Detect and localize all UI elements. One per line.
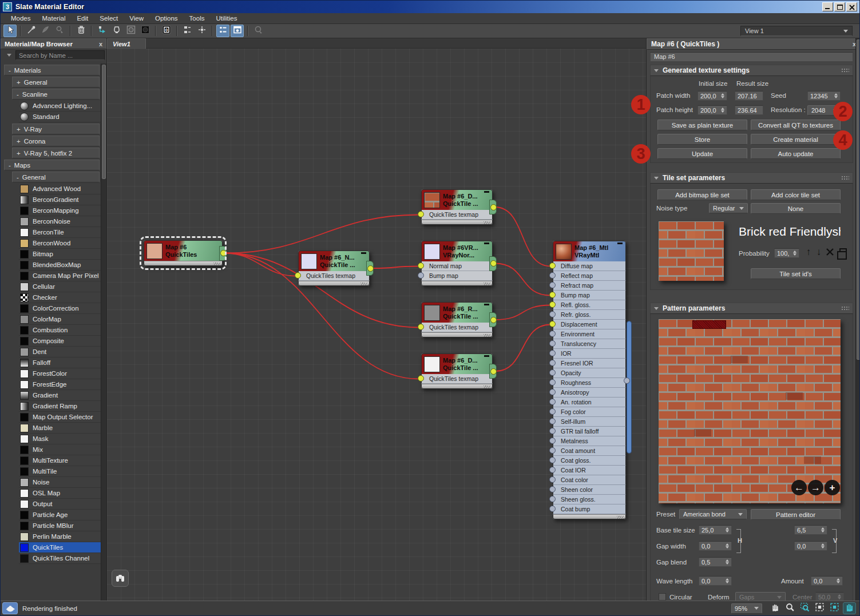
menu-view[interactable]: View <box>124 14 149 23</box>
input-socket[interactable] <box>549 272 556 279</box>
input-socket[interactable] <box>549 476 556 483</box>
input-slot-coat-color[interactable]: Coat color <box>553 475 626 485</box>
node-header[interactable]: Map #6_D...QuickTile ... <box>421 353 493 374</box>
close-button[interactable] <box>846 2 857 11</box>
input-slot-metalness[interactable]: Metalness <box>553 436 626 446</box>
tree-item-quicktiles-channel[interactable]: QuickTiles Channel <box>19 553 101 564</box>
wire-B-to-D[interactable] <box>372 267 419 269</box>
tree-item-output[interactable]: Output <box>19 499 101 510</box>
previous-tile-button[interactable]: ← <box>791 480 807 495</box>
tree-item-mix[interactable]: Mix <box>19 444 101 455</box>
status-zoom-extents-selected-button[interactable] <box>828 602 841 614</box>
tree-item-gradient[interactable]: Gradient <box>19 390 101 401</box>
node-slot-scrollbar[interactable] <box>627 321 632 454</box>
input-socket[interactable] <box>549 301 556 308</box>
input-socket[interactable] <box>549 350 556 356</box>
node-quicktile-[interactable]: Map #6_D...QuickTile ...QuickTiles texma… <box>421 353 493 389</box>
toolbar-show-standard-map-button[interactable]: 0 <box>160 25 173 37</box>
input-socket[interactable] <box>549 457 556 463</box>
node-header[interactable]: Map #6_R...QuickTile ... <box>421 302 493 323</box>
input-socket[interactable] <box>549 263 556 269</box>
tree-item-bercongradient[interactable]: BerconGradient <box>19 194 101 205</box>
collapse-icon[interactable] <box>361 252 366 254</box>
button-convert-all-qt-to-textures[interactable]: Convert all QT to textures <box>751 120 841 130</box>
wire-A-to-B[interactable] <box>225 253 296 276</box>
tree-group-general[interactable]: -General <box>12 172 100 182</box>
collapse-icon[interactable] <box>484 191 489 193</box>
gap-width-v-field[interactable]: 0,0 <box>794 541 827 551</box>
input-slot-coat-bump[interactable]: Coat bump <box>553 504 626 514</box>
output-socket[interactable] <box>490 260 497 267</box>
input-slot-opacity[interactable]: Opacity <box>553 368 626 378</box>
menu-modes[interactable]: Modes <box>5 14 37 23</box>
output-socket[interactable] <box>490 204 497 210</box>
menu-options[interactable]: Options <box>149 14 184 23</box>
wire-D-to-G[interactable] <box>495 264 550 296</box>
collapse-icon[interactable] <box>484 243 489 244</box>
toolbar-trash-button[interactable] <box>74 25 88 37</box>
status-magnifier-button[interactable] <box>783 602 796 614</box>
tree-item-noise[interactable]: Noise <box>19 477 101 488</box>
resize-grip-icon[interactable] <box>483 221 490 224</box>
resize-grip-icon[interactable] <box>360 283 367 285</box>
output-socket[interactable] <box>624 377 630 384</box>
base-tile-size-v-field[interactable]: 6,5 <box>794 525 827 535</box>
tree-item-colormap[interactable]: ColorMap <box>19 314 101 325</box>
input-socket[interactable] <box>295 272 301 279</box>
node-header[interactable]: Map #6_D...QuickTile ... <box>421 189 493 210</box>
input-slot-refract-map[interactable]: Refract map <box>553 281 626 291</box>
input-slot-fresnel-ior[interactable]: Fresnel IOR <box>553 359 626 368</box>
menu-edit[interactable]: Edit <box>71 14 94 23</box>
noise-type-dropdown[interactable]: Regular <box>709 203 748 213</box>
input-socket[interactable] <box>549 506 556 512</box>
toolbar-assign-material-button[interactable] <box>53 25 66 37</box>
tab-view1[interactable]: View1 <box>107 38 146 49</box>
wire-A-to-C[interactable] <box>225 215 419 253</box>
add-tile-button[interactable]: + <box>825 480 840 495</box>
resize-grip-icon[interactable] <box>213 263 220 265</box>
input-slot-quicktiles-texmap[interactable]: QuickTiles texmap <box>298 271 370 281</box>
tree-item-marble[interactable]: Marble <box>19 423 101 434</box>
duplicate-tile-icon[interactable] <box>839 248 847 255</box>
patch-width-field[interactable]: 200,0 <box>697 91 727 101</box>
tree-group-v-ray[interactable]: +V-Ray <box>12 124 100 134</box>
tree-item-quicktiles[interactable]: QuickTiles <box>19 542 101 553</box>
tree-item-bitmap[interactable]: Bitmap <box>19 249 101 260</box>
input-socket[interactable] <box>549 496 556 502</box>
input-slot-normal-map[interactable]: Normal map <box>421 261 493 271</box>
button-auto-update[interactable]: Auto update <box>751 148 841 159</box>
node-vraynor-[interactable]: Map #6VR...VRayNor...Normal mapBump map <box>421 241 493 286</box>
status-magnifier-region-button[interactable] <box>798 602 811 614</box>
patch-height-spinner[interactable] <box>719 108 724 113</box>
button-store[interactable]: Store <box>657 134 747 145</box>
gap-width-h-field[interactable]: 0,0 <box>699 541 732 551</box>
input-socket[interactable] <box>549 389 556 395</box>
tree-item-composite[interactable]: Composite <box>19 336 101 347</box>
input-slot-refl-gloss-[interactable]: Refl. gloss. <box>553 300 626 310</box>
pattern-preview-image[interactable]: ← → + <box>659 319 841 503</box>
tree-item-standard[interactable]: Standard <box>19 112 101 122</box>
input-slot-gtr-tail-falloff[interactable]: GTR tail falloff <box>553 427 626 436</box>
node-graph-canvas[interactable]: Map #6QuickTilesMap #6_N...QuickTile ...… <box>107 49 646 602</box>
menu-material[interactable]: Material <box>37 14 72 23</box>
button-update[interactable]: Update <box>657 148 747 159</box>
status-hand-button[interactable] <box>768 602 782 614</box>
status-pan-hand-active-button[interactable] <box>843 602 856 614</box>
input-socket[interactable] <box>549 408 556 415</box>
tree-item-advanced-lighting-[interactable]: Advanced Lighting... <box>19 101 101 112</box>
input-slot-coat-gloss-[interactable]: Coat gloss. <box>553 456 626 466</box>
input-slot-sheen-color[interactable]: Sheen color <box>553 485 626 495</box>
seed-field[interactable]: 12345 <box>807 91 841 101</box>
add-bitmap-tile-set-button[interactable]: Add bitmap tile set <box>657 189 747 200</box>
tree-item-osl-map[interactable]: OSL Map <box>19 488 101 499</box>
parameter-panel-scrollbar[interactable] <box>855 38 860 601</box>
tree-item-particle-age[interactable]: Particle Age <box>19 510 101 520</box>
tree-group-materials[interactable]: -Materials <box>4 65 100 75</box>
output-socket[interactable] <box>220 250 227 256</box>
tree-item-map-output-selector[interactable]: Map Output Selector <box>19 412 101 423</box>
browser-scrollbar-thumb[interactable] <box>102 65 106 179</box>
probability-spinner[interactable] <box>791 251 796 256</box>
input-slot-coat-amount[interactable]: Coat amount <box>553 446 626 456</box>
tree-item-dent[interactable]: Dent <box>19 347 101 357</box>
input-slot-translucency[interactable]: Translucency <box>553 339 626 349</box>
